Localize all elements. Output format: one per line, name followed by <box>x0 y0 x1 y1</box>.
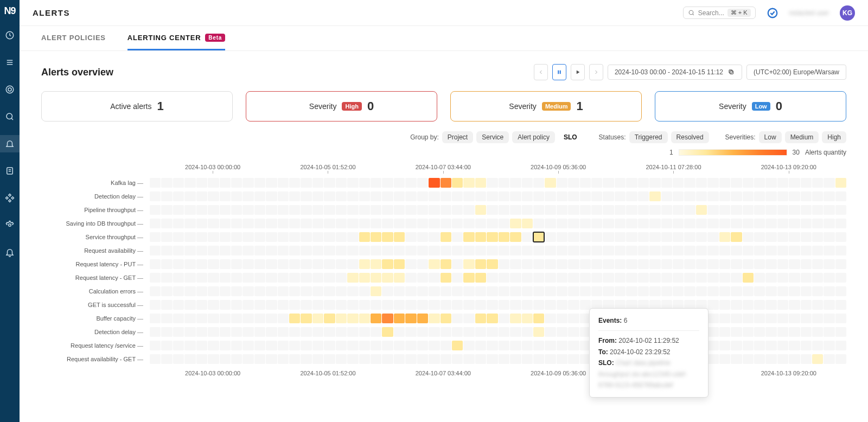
heatmap-cell[interactable] <box>522 273 533 283</box>
heatmap-cell[interactable] <box>405 286 416 296</box>
heatmap-cell[interactable] <box>242 354 253 364</box>
heatmap-cell[interactable] <box>289 191 300 201</box>
heatmap-cell[interactable] <box>510 191 521 201</box>
heatmap-cell[interactable] <box>754 314 765 323</box>
heatmap-cell[interactable] <box>405 314 416 323</box>
heatmap-cell[interactable] <box>661 219 672 228</box>
heatmap-cell[interactable] <box>394 219 405 228</box>
heatmap-cell[interactable] <box>743 259 754 269</box>
heatmap-cell[interactable] <box>731 191 742 201</box>
heatmap-cell[interactable] <box>196 205 207 215</box>
heatmap-cell[interactable] <box>429 273 439 283</box>
heatmap-cell[interactable] <box>371 300 381 310</box>
pill-alert-policy[interactable]: Alert policy <box>512 131 555 143</box>
heatmap-cell[interactable] <box>266 259 277 269</box>
heatmap-cell[interactable] <box>429 232 439 242</box>
heatmap-cell[interactable] <box>568 286 579 296</box>
heatmap-cell[interactable] <box>731 314 742 323</box>
heatmap-cell[interactable] <box>557 232 567 242</box>
heatmap-cell[interactable] <box>208 205 219 215</box>
heatmap-cell[interactable] <box>754 246 765 255</box>
heatmap-cell[interactable] <box>475 341 486 350</box>
heatmap-cell[interactable] <box>312 354 323 364</box>
heatmap-cell[interactable] <box>719 300 730 310</box>
heatmap-cell[interactable] <box>312 300 323 310</box>
heatmap-cell[interactable] <box>801 314 812 323</box>
heatmap-cell[interactable] <box>533 246 544 255</box>
heatmap-cell[interactable] <box>568 327 579 337</box>
heatmap-cell[interactable] <box>382 354 393 364</box>
heatmap-cell[interactable] <box>196 354 207 364</box>
heatmap-cell[interactable] <box>475 286 486 296</box>
heatmap-cell[interactable] <box>405 259 416 269</box>
heatmap-cell[interactable] <box>789 341 800 350</box>
heatmap-cell[interactable] <box>150 273 161 283</box>
heatmap-cell[interactable] <box>359 232 370 242</box>
heatmap-cell[interactable] <box>417 246 428 255</box>
heatmap-cell[interactable] <box>603 219 614 228</box>
heatmap-cell[interactable] <box>184 341 195 350</box>
heatmap-cell[interactable] <box>835 232 846 242</box>
heatmap-cell[interactable] <box>568 205 579 215</box>
heatmap-cell[interactable] <box>801 259 812 269</box>
heatmap-cell[interactable] <box>812 246 823 255</box>
heatmap-cell[interactable] <box>324 232 335 242</box>
heatmap-cell[interactable] <box>487 205 497 215</box>
heatmap-cell[interactable] <box>463 178 474 188</box>
heatmap-cell[interactable] <box>266 341 277 350</box>
heatmap-cell[interactable] <box>452 273 463 283</box>
heatmap-cell[interactable] <box>824 341 834 350</box>
heatmap-cell[interactable] <box>765 286 776 296</box>
heatmap-cell[interactable] <box>765 205 776 215</box>
heatmap-cell[interactable] <box>835 341 846 350</box>
heatmap-cell[interactable] <box>743 178 754 188</box>
heatmap-cell[interactable] <box>242 259 253 269</box>
heatmap-cell[interactable] <box>312 246 323 255</box>
heatmap-cell[interactable] <box>522 327 533 337</box>
heatmap-cell[interactable] <box>719 259 730 269</box>
heatmap-cell[interactable] <box>208 354 219 364</box>
heatmap-cell[interactable] <box>371 259 381 269</box>
tab-alerting-center[interactable]: ALERTING CENTER Beta <box>127 26 225 50</box>
heatmap-cell[interactable] <box>684 232 695 242</box>
heatmap-cell[interactable] <box>173 286 184 296</box>
heatmap-cell[interactable] <box>173 341 184 350</box>
heatmap-cell[interactable] <box>615 273 626 283</box>
heatmap-cell[interactable] <box>615 219 626 228</box>
heatmap-cell[interactable] <box>499 327 509 337</box>
heatmap-cell[interactable] <box>557 354 567 364</box>
heatmap-cell[interactable] <box>347 341 358 350</box>
heatmap-cell[interactable] <box>522 300 533 310</box>
heatmap-cell[interactable] <box>824 191 834 201</box>
heatmap-cell[interactable] <box>765 314 776 323</box>
heatmap-cell[interactable] <box>220 205 231 215</box>
heatmap-cell[interactable] <box>429 286 439 296</box>
heatmap-cell[interactable] <box>417 232 428 242</box>
heatmap-cell[interactable] <box>242 219 253 228</box>
heatmap-cell[interactable] <box>184 205 195 215</box>
heatmap-cell[interactable] <box>545 246 556 255</box>
heatmap-cell[interactable] <box>765 273 776 283</box>
heatmap-cell[interactable] <box>196 300 207 310</box>
heatmap-cell[interactable] <box>336 246 347 255</box>
heatmap-cell[interactable] <box>242 273 253 283</box>
heatmap-cell[interactable] <box>382 232 393 242</box>
heatmap-cell[interactable] <box>765 341 776 350</box>
heatmap-cell[interactable] <box>441 246 451 255</box>
heatmap-cell[interactable] <box>661 191 672 201</box>
heatmap-cell[interactable] <box>242 314 253 323</box>
heatmap-cell[interactable] <box>475 219 486 228</box>
heatmap-cell[interactable] <box>649 219 660 228</box>
heatmap-cell[interactable] <box>754 286 765 296</box>
heatmap-cell[interactable] <box>835 205 846 215</box>
heatmap-cell[interactable] <box>568 232 579 242</box>
heatmap-cell[interactable] <box>765 259 776 269</box>
heatmap-cell[interactable] <box>150 300 161 310</box>
heatmap-cell[interactable] <box>789 205 800 215</box>
heatmap-cell[interactable] <box>743 273 754 283</box>
heatmap-cell[interactable] <box>719 327 730 337</box>
heatmap-cell[interactable] <box>150 286 161 296</box>
heatmap-cell[interactable] <box>231 205 242 215</box>
heatmap-cell[interactable] <box>441 219 451 228</box>
heatmap-cell[interactable] <box>580 232 591 242</box>
